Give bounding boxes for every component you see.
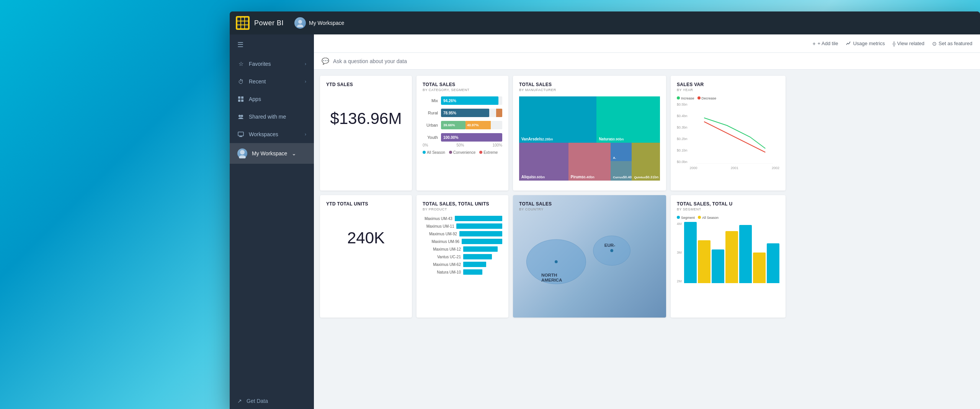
svg-point-16: [610, 249, 613, 252]
sidebar-label-apps: Apps: [249, 96, 306, 102]
sales-var-area: 2000 2001 2002: [690, 103, 779, 164]
chart-label-rural: Rural: [423, 111, 438, 115]
content-area: + + Add tile Usage metrics ⟠ View relate…: [314, 34, 980, 409]
treemap-vanarsdel: VanArsdel$2.28bn: [519, 96, 596, 143]
product-row-4: Maximus UM-96: [423, 239, 502, 244]
sidebar-label-workspaces: Workspaces: [249, 131, 300, 137]
sales-var-title: Sales Var: [677, 82, 779, 87]
product-chart: Maximus UM-43 Maximus UM-11 Maximus UM-9…: [423, 216, 502, 275]
seg-bar-3: [712, 249, 724, 283]
question-bar[interactable]: 💬 Ask a question about your data: [314, 53, 980, 70]
segment-title: Total Sales, Total U: [677, 201, 779, 207]
product-row-7: Maximus UM-62: [423, 262, 502, 267]
shared-icon: [237, 113, 244, 120]
tile-ytd-units: YTD Total Units 240K: [320, 195, 412, 318]
workspaces-arrow: ›: [305, 132, 306, 137]
svg-point-6: [238, 115, 241, 117]
svg-point-11: [239, 155, 246, 158]
ytd-units-title: YTD Total Units: [326, 201, 406, 207]
view-related-icon: ⟠: [893, 41, 895, 47]
app-icon[interactable]: [236, 16, 250, 30]
get-data-label: Get Data: [247, 398, 268, 404]
sales-var-chart: $0.5bn $0.4bn $0.3bn $0.2bn $0.1bn $0.0b…: [677, 103, 779, 164]
treemap-natura: Natura$0.90bn: [596, 96, 660, 143]
country-subtitle: BY COUNTRY: [519, 207, 660, 211]
chart-label-youth: Youth: [423, 135, 438, 140]
bar-urban-1: 39.66%: [441, 121, 466, 129]
speech-bubble-icon: 💬: [322, 57, 329, 65]
favorites-arrow: ›: [305, 61, 306, 67]
product-title: Total Sales, Total Units: [423, 201, 502, 207]
map-svg: NORTH AMERICA EUR-: [519, 216, 660, 308]
user-badge[interactable]: My Workspace: [294, 17, 344, 29]
toolbar: + + Add tile Usage metrics ⟠ View relate…: [314, 34, 980, 53]
add-tile-icon: +: [812, 41, 815, 47]
sales-var-subtitle: BY YEAR: [677, 88, 779, 92]
sidebar-item-recent[interactable]: ⏱ Recent ›: [230, 73, 314, 90]
view-related-label: View related: [897, 41, 924, 46]
seg-bar-7: [767, 243, 779, 283]
ytd-sales-value: $136.96M: [326, 88, 406, 149]
view-related-button[interactable]: ⟠ View related: [893, 41, 924, 47]
sidebar-item-my-workspace[interactable]: My Workspace ⌄: [230, 143, 314, 164]
app-title: Power BI: [254, 19, 284, 27]
tile-total-sales-segment: Total Sales, Total U BY SEGMENT Segment …: [671, 195, 786, 318]
my-workspace-avatar: [237, 148, 247, 158]
seg-bar-6: [753, 253, 766, 283]
tile-ytd-sales: YTD Sales $136.96M: [320, 76, 412, 191]
sidebar-nav: ☆ Favorites › ⏱ Recent ›: [230, 55, 314, 393]
sales-var-legend: Increase Decrease: [677, 96, 779, 100]
recent-icon: ⏱: [237, 78, 244, 85]
treemap-aliqui: Aliqui$0.60bn: [519, 143, 568, 181]
bar-rural: 78.95%: [441, 109, 489, 117]
seg-bar-4: [725, 231, 738, 283]
svg-text:AMERICA: AMERICA: [541, 277, 562, 282]
product-bar-7: [463, 262, 486, 267]
product-bar-4: [462, 239, 502, 244]
usage-metrics-button[interactable]: Usage metrics: [846, 40, 885, 47]
sidebar-item-shared[interactable]: Shared with me: [230, 108, 314, 125]
product-row-8: Natura UM-10: [423, 269, 502, 275]
svg-point-7: [241, 115, 243, 117]
add-tile-button[interactable]: + + Add tile: [812, 41, 838, 47]
product-row-1: Maximus UM-43: [423, 216, 502, 221]
chart-bar-mix: 94.26%: [441, 96, 502, 105]
bar-urban-2: 40.97%: [466, 121, 491, 129]
product-row-5: Maximus UM-12: [423, 246, 502, 252]
sidebar-item-favorites[interactable]: ☆ Favorites ›: [230, 55, 314, 73]
svg-rect-2: [238, 96, 240, 99]
category-axis: 0% 50% 100%: [423, 143, 502, 147]
seg-bar-2: [698, 240, 710, 283]
product-bar-6: [463, 254, 492, 259]
workspaces-icon: [237, 131, 244, 138]
chart-row-rural: Rural 78.95%: [423, 109, 502, 117]
tile-sales-var: Sales Var BY YEAR Increase Decrease $0.5…: [671, 76, 786, 191]
set-featured-button[interactable]: ⊙ Set as featured: [932, 41, 972, 47]
get-data-icon: ↗: [237, 398, 242, 404]
usage-metrics-icon: [846, 40, 851, 47]
category-chart: Mix 94.26% Rural 78.95%: [423, 96, 502, 142]
segment-legend: Segment All Season: [677, 216, 779, 220]
chart-label-mix: Mix: [423, 98, 438, 103]
sidebar-item-workspaces[interactable]: Workspaces ›: [230, 125, 314, 143]
sidebar-item-apps[interactable]: Apps: [230, 90, 314, 108]
sidebar-label-shared: Shared with me: [249, 114, 306, 120]
question-input[interactable]: Ask a question about your data: [333, 58, 407, 64]
product-bar-1: [455, 216, 502, 221]
recent-arrow: ›: [305, 79, 306, 84]
seg-bar-5: [739, 225, 752, 283]
apps-icon: [237, 96, 244, 103]
chart-label-urban: Urban: [423, 123, 438, 127]
treemap-quintus: Quintus$0.31bn: [632, 143, 660, 181]
my-workspace-arrow: ⌄: [292, 150, 296, 156]
svg-rect-8: [238, 132, 243, 136]
chart-row-youth: Youth 100.00%: [423, 133, 502, 142]
sidebar-item-get-data[interactable]: ↗ Get Data: [230, 393, 314, 409]
chart-bar-youth: 100.00%: [441, 133, 502, 142]
product-bar-8: [463, 269, 482, 275]
product-row-3: Maximus UM-92: [423, 231, 502, 236]
hamburger-icon[interactable]: ☰: [230, 34, 314, 55]
bar-mix: 94.26%: [441, 96, 498, 105]
bar-youth: 100.00%: [441, 133, 502, 142]
product-row-2: Maximus UM-11: [423, 223, 502, 229]
